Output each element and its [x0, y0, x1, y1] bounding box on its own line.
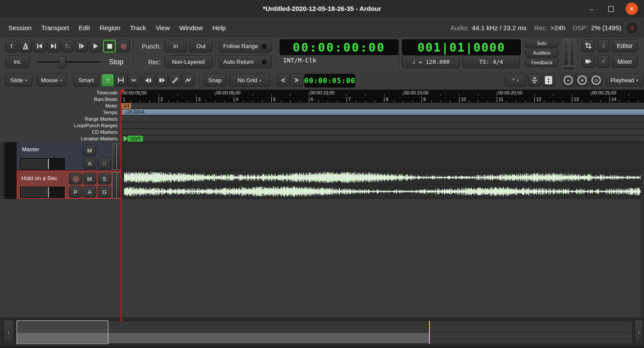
clock-source[interactable]: INT/M-Clk	[283, 57, 316, 64]
loop-button[interactable]: ↻	[61, 40, 74, 52]
tempo-button[interactable]: ♩ = 120.000	[402, 56, 460, 68]
track-p-button[interactable]: P	[69, 186, 82, 198]
ruler-label[interactable]: Range Markers	[0, 116, 121, 122]
tab-4-button[interactable]: 4	[597, 55, 609, 68]
audio-track-name[interactable]: Hold on a Sec	[21, 175, 57, 181]
zoom-to-session-button[interactable]: ( )	[590, 74, 602, 87]
snap-button[interactable]: Snap	[204, 74, 226, 87]
shrink-tracks-button[interactable]	[528, 74, 541, 87]
master-a-button[interactable]: A	[83, 158, 96, 169]
ruler-label[interactable]: Loop/Punch Ranges	[0, 122, 121, 129]
track-mute-button[interactable]: M	[83, 173, 96, 184]
edit-mode-dropdown[interactable]: Slide▾	[5, 74, 32, 87]
audio-track-header[interactable]: Hold on a Sec M S P A G	[17, 171, 121, 199]
master-timeline-row[interactable]	[121, 142, 641, 171]
close-button[interactable]: ✕	[626, 3, 638, 15]
track-a-button[interactable]: A	[83, 186, 96, 198]
grid-mode-dropdown[interactable]: No Grid▾	[229, 74, 270, 87]
error-log-button[interactable]	[626, 21, 639, 35]
cut-tool-button[interactable]: ✂	[128, 74, 140, 87]
tempo-marker[interactable]: 120.000/4	[125, 109, 145, 115]
audio-region[interactable]: Hold on a Sec.1	[124, 171, 641, 198]
tab-3-button[interactable]: 3	[597, 39, 609, 52]
audition-button[interactable]: Audition	[525, 49, 558, 57]
secondary-clock[interactable]: 001|01|0000	[402, 39, 521, 55]
ruler-row-cd-markers[interactable]	[121, 129, 644, 136]
ruler-label[interactable]: Bars:Beats	[0, 96, 121, 103]
track-record-arm-button[interactable]	[69, 173, 82, 184]
ruler-row-loop-punch[interactable]	[121, 122, 644, 129]
punch-in-button[interactable]: In	[164, 40, 187, 52]
playhead[interactable]	[121, 90, 121, 318]
ruler-row-timecode[interactable]: 00:00:00:0000:00:05:0000:00:10:0000:00:1…	[121, 90, 644, 96]
nudge-forward-button[interactable]: >	[290, 74, 303, 87]
play-button[interactable]	[89, 40, 102, 52]
ruler-label[interactable]: CD Markers	[0, 129, 121, 136]
menu-item-edit[interactable]: Edit	[74, 24, 95, 31]
menu-item-view[interactable]: View	[151, 24, 174, 31]
shuttle-slider-track[interactable]	[37, 61, 100, 63]
ruler-label[interactable]: Meter	[0, 103, 121, 109]
ruler-row-bars-beats[interactable]: 1234567891011121314	[121, 96, 644, 103]
zoom-focus-dropdown[interactable]: Playhead▾	[606, 74, 643, 87]
edit-point-dropdown[interactable]: *▾	[505, 74, 526, 87]
punch-out-button[interactable]: Out	[190, 40, 212, 52]
menu-item-window[interactable]: Window	[175, 24, 208, 31]
start-marker[interactable]: start	[124, 136, 143, 142]
selection-tab-button[interactable]	[582, 39, 595, 52]
menu-item-track[interactable]: Track	[125, 24, 151, 31]
zoom-out-button[interactable]: −	[562, 74, 575, 87]
smart-mode-button[interactable]: Smart	[73, 74, 99, 87]
ruler-label[interactable]: Location Markers	[0, 136, 121, 142]
stretch-tool-button[interactable]	[156, 74, 168, 87]
menu-item-region[interactable]: Region	[95, 24, 125, 31]
nudge-back-button[interactable]: <	[277, 74, 290, 87]
menu-item-help[interactable]: Help	[208, 24, 231, 31]
ruler-label[interactable]: Timecode	[0, 90, 121, 96]
shuttle-slider-handle[interactable]	[59, 56, 66, 69]
audition-tool-button[interactable]	[142, 74, 154, 87]
mouse-mode-dropdown[interactable]: Mouse▾	[37, 74, 66, 87]
playhead-head-icon[interactable]	[121, 90, 125, 94]
master-g-button[interactable]: G	[98, 158, 111, 169]
summary-scroll-right-button[interactable]: ›	[634, 320, 643, 345]
editor-tab-button[interactable]: Editor	[612, 39, 638, 52]
metronome-button[interactable]	[19, 40, 32, 52]
auto-return-button[interactable]: Auto Return	[218, 56, 272, 68]
record-button[interactable]	[117, 40, 130, 52]
summary-view-rect[interactable]	[17, 320, 108, 344]
draw-tool-button[interactable]	[169, 74, 181, 87]
goto-start-button[interactable]	[33, 40, 46, 52]
titlebar[interactable]: *Untitled-2020-12-05-18-26-35 - Ardour –…	[0, 0, 644, 18]
menu-item-session[interactable]: Session	[3, 24, 36, 31]
ruler-label[interactable]: Tempo	[0, 109, 121, 116]
track-solo-button[interactable]: S	[98, 173, 111, 184]
expand-tracks-button[interactable]: ▲▼	[542, 74, 555, 87]
goto-end-button[interactable]	[47, 40, 60, 52]
track-g-button[interactable]: G	[98, 186, 111, 198]
master-track-header[interactable]: Master M A G	[17, 142, 121, 171]
primary-clock[interactable]: 00:00:00:00	[280, 39, 398, 55]
strip-view-button[interactable]	[582, 55, 595, 68]
maximize-button[interactable]	[605, 3, 617, 15]
master-track-name[interactable]: Master	[22, 146, 39, 153]
ruler-row-meter[interactable]: 4/4	[121, 103, 644, 109]
sync-source-button[interactable]: Int.	[5, 56, 30, 68]
summary-overview[interactable]	[16, 320, 633, 345]
solo-button[interactable]: Solo	[525, 39, 558, 48]
time-signature-button[interactable]: TS: 4/4	[462, 56, 520, 68]
minimize-button[interactable]: –	[585, 3, 598, 15]
meter-marker[interactable]: 4/4	[121, 103, 131, 109]
editor-canvas-empty[interactable]	[0, 199, 644, 318]
play-range-button[interactable]	[75, 40, 88, 52]
follow-range-button[interactable]: Follow Range	[218, 40, 272, 52]
rec-mode-button[interactable]: Non-Layered	[164, 56, 212, 68]
automation-tool-button[interactable]	[182, 74, 194, 87]
feedback-button[interactable]: Feedback	[525, 58, 558, 67]
audio-timeline-row[interactable]: Hold on a Sec.1	[121, 171, 641, 199]
master-mute-button[interactable]: M	[83, 145, 96, 156]
mixer-tab-button[interactable]: Mixer	[612, 55, 638, 68]
master-gain-fader[interactable]	[20, 158, 65, 170]
tempo-band[interactable]	[121, 109, 644, 115]
track-group-column[interactable]	[4, 142, 17, 199]
